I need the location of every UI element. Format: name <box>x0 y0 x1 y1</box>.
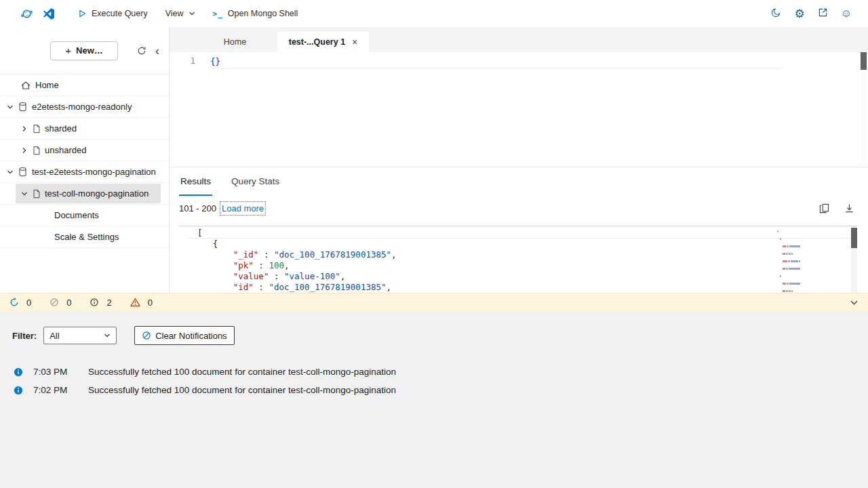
tab-label: test-...Query 1 <box>289 37 345 47</box>
new-button-label: New… <box>76 45 103 56</box>
notifications-filter-row: Filter: All Clear Notifications <box>12 326 868 345</box>
execute-query-button[interactable]: Execute Query <box>77 9 148 18</box>
gear-icon: ⚙ <box>794 8 804 20</box>
open-mongo-shell-label: Open Mongo Shell <box>228 9 298 18</box>
query-editor[interactable]: 1 {} <box>170 52 868 167</box>
info-filled-icon <box>14 386 23 395</box>
chevron-down-icon[interactable] <box>21 190 28 197</box>
tree-item-label: sharded <box>45 123 77 134</box>
warning-icon <box>130 298 140 307</box>
collapse-sidebar-icon[interactable]: ‹ <box>155 45 159 57</box>
chevron-right-icon[interactable] <box>21 147 28 154</box>
clear-notifications-label: Clear Notifications <box>155 331 227 341</box>
status-progress[interactable]: 0 <box>9 298 31 308</box>
tree-item-label: unsharded <box>45 145 86 155</box>
current-line-indicator <box>210 68 783 68</box>
doc-icon <box>32 146 41 155</box>
tab-home[interactable]: Home <box>193 32 277 52</box>
json-line: "value" : "value-100", <box>187 271 857 282</box>
collapse-panel-icon[interactable] <box>850 298 859 307</box>
chevron-down-icon <box>104 332 111 339</box>
json-line: "id" : "doc_100_1767819001385", <box>187 282 857 293</box>
chevron-down-icon[interactable] <box>7 169 14 176</box>
results-tabs: Results Query Stats <box>170 167 868 196</box>
clear-notifications-icon <box>142 331 151 340</box>
sidebar-item-home[interactable]: Home <box>0 75 169 96</box>
progress-icon <box>9 298 19 307</box>
sidebar-item-e2etests-mongo-readonly[interactable]: e2etests-mongo-readonly <box>0 96 169 118</box>
tab-strip: Hometest-...Query 1× <box>170 27 868 52</box>
json-content: [ { "_id" : "doc_100_1767819001385", "pk… <box>179 226 857 293</box>
status-warning[interactable]: 0 <box>130 298 153 308</box>
close-tab-icon[interactable]: × <box>352 37 357 47</box>
content-area: Hometest-...Query 1× 1 {} Results Query … <box>170 27 868 293</box>
results-scrollbar[interactable] <box>851 226 857 293</box>
sidebar-item-test-e2etests-mongo-pagination[interactable]: test-e2etests-mongo-pagination <box>0 161 169 183</box>
open-mongo-shell-button[interactable]: >_ Open Mongo Shell <box>213 9 298 18</box>
copy-icon[interactable] <box>819 203 829 214</box>
info-icon <box>90 298 99 307</box>
notification-list: 7:03 PMSuccessfully fetched 100 document… <box>12 363 868 399</box>
settings-button[interactable]: ⚙ <box>794 8 804 20</box>
results-toolbar: 101 - 200 Load more <box>170 196 868 220</box>
line-number: 1 <box>170 55 195 167</box>
sidebar-item-scale-settings[interactable]: Scale & Settings <box>0 226 169 248</box>
tab-test-query-1[interactable]: test-...Query 1× <box>277 32 369 52</box>
execute-query-label: Execute Query <box>92 9 148 18</box>
notification-time: 7:02 PM <box>33 385 78 395</box>
database-icon <box>18 167 28 177</box>
status-count: 2 <box>106 298 111 308</box>
minimap[interactable] <box>776 230 800 293</box>
tree-item-label: test-e2etests-mongo-pagination <box>32 167 156 177</box>
download-icon[interactable] <box>844 203 854 214</box>
clear-notifications-button[interactable]: Clear Notifications <box>134 326 235 345</box>
cosmos-db-icon <box>20 7 33 20</box>
view-button[interactable]: View <box>165 9 195 18</box>
open-in-new-button[interactable] <box>818 7 828 20</box>
notifications-panel: Filter: All Clear Notifications 7:03 PMS… <box>0 311 868 488</box>
new-button[interactable]: + New… <box>50 41 118 60</box>
tab-query-stats[interactable]: Query Stats <box>230 167 281 196</box>
sidebar-item-documents[interactable]: Documents <box>0 205 169 226</box>
chevron-right-icon[interactable] <box>21 125 28 132</box>
filter-dropdown[interactable]: All <box>43 327 117 344</box>
notification-status-bar: 0020 <box>0 293 868 311</box>
info-filled-icon <box>14 367 23 377</box>
notification-item: 7:03 PMSuccessfully fetched 100 document… <box>12 363 868 381</box>
scrollbar-thumb[interactable] <box>861 52 867 70</box>
sidebar-item-unsharded[interactable]: unsharded <box>0 140 169 161</box>
sidebar-item-test-coll-mongo-pagination[interactable]: test-coll-mongo-pagination <box>0 183 169 205</box>
editor-scrollbar[interactable] <box>861 52 867 165</box>
plus-icon: + <box>65 45 71 56</box>
json-line: [ <box>187 228 857 239</box>
refresh-icon[interactable] <box>137 46 146 56</box>
query-text: {} <box>210 56 220 66</box>
notification-time: 7:03 PM <box>33 367 78 377</box>
results-json-editor[interactable]: [ { "_id" : "doc_100_1767819001385", "pk… <box>179 226 857 293</box>
tree-item-label: e2etests-mongo-readonly <box>32 102 132 112</box>
sidebar-item-sharded[interactable]: sharded <box>0 118 169 140</box>
tree-item-label: Home <box>35 80 59 90</box>
chevron-down-icon[interactable] <box>7 104 14 110</box>
database-icon <box>18 102 28 112</box>
home-icon <box>20 80 31 91</box>
results-panel: Results Query Stats 101 - 200 Load more … <box>170 167 868 293</box>
notification-item: 7:02 PMSuccessfully fetched 100 document… <box>12 381 868 399</box>
blocked-icon <box>50 298 59 307</box>
tab-results[interactable]: Results <box>179 167 212 196</box>
status-info[interactable]: 2 <box>90 298 111 308</box>
status-count: 0 <box>148 298 153 308</box>
load-more-link[interactable]: Load more <box>222 203 264 214</box>
dark-theme-button[interactable] <box>771 7 781 20</box>
filter-value: All <box>50 331 101 341</box>
chevron-down-icon <box>189 10 195 17</box>
result-range: 101 - 200 <box>179 203 216 214</box>
scrollbar-thumb[interactable] <box>851 228 857 248</box>
doc-icon <box>32 189 41 199</box>
topbar: Execute Query View >_ Open Mongo Shell ⚙… <box>0 0 868 27</box>
status-blocked[interactable]: 0 <box>50 298 71 308</box>
sidebar-header: + New… ‹ <box>0 27 169 75</box>
status-count: 0 <box>26 298 31 308</box>
notification-message: Successfully fetched 100 document for co… <box>88 367 396 377</box>
feedback-button[interactable]: ☺ <box>841 8 852 19</box>
